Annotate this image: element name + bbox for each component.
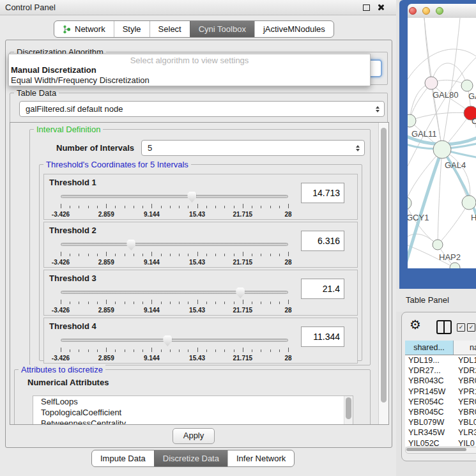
table-row[interactable]: YBR045CYBR0: [405, 407, 476, 417]
cell-name[interactable]: YDR2: [454, 365, 476, 376]
slider-tick-labels: -3.4262.8599.14415.4321.71528: [61, 211, 288, 219]
slider-track[interactable]: [61, 243, 288, 246]
tab-label: Network: [75, 24, 105, 34]
cell-shared-name[interactable]: YER054C: [405, 397, 454, 407]
table-row[interactable]: YDL19...YDL1: [405, 355, 476, 365]
table-hscrollbar-thumb[interactable]: [406, 448, 466, 451]
tick-label: 28: [284, 211, 291, 218]
table-header-name[interactable]: na: [454, 341, 476, 355]
cell-shared-name[interactable]: YBR043C: [405, 376, 454, 386]
zoom-traffic-light-icon[interactable]: [436, 7, 443, 15]
group-title-thresholds: Threshold's Coordinates for 5 Intervals: [43, 160, 191, 169]
table-row[interactable]: YLR345WYLR3: [405, 427, 476, 438]
algorithm-option[interactable]: Equal Width/Frequency Discretization: [11, 75, 150, 85]
tab-style[interactable]: Style: [114, 21, 150, 37]
cell-name[interactable]: YDL1: [454, 355, 476, 365]
slider-track[interactable]: [61, 339, 288, 342]
table-row[interactable]: YBR043CYBR0: [405, 376, 476, 386]
slider-ticks: [61, 348, 288, 353]
threshold-value-input[interactable]: [301, 326, 344, 347]
network-canvas[interactable]: GAL80GACGAL11GAL4GCY1HHAP2: [408, 18, 476, 268]
node-gal80[interactable]: [425, 77, 438, 89]
node-hap2[interactable]: [433, 240, 443, 250]
checkbox-checked-icon[interactable]: ✓: [467, 323, 475, 332]
close-icon[interactable]: [377, 4, 384, 11]
column-view-icon[interactable]: [436, 320, 452, 334]
node-gcy1[interactable]: [408, 197, 411, 210]
slider-track[interactable]: [61, 195, 288, 198]
cell-name[interactable]: YLR3: [454, 427, 476, 438]
tab-cyni-toolbox[interactable]: Cyni Toolbox: [190, 21, 254, 37]
bottom-tab-impute-data[interactable]: Impute Data: [92, 450, 154, 466]
node-label: GAL4: [445, 160, 466, 170]
tick-label: 2.859: [98, 259, 114, 266]
slider-handle[interactable]: [187, 192, 196, 203]
threshold-value-input[interactable]: [301, 231, 344, 251]
cell-shared-name[interactable]: YBL079W: [405, 417, 454, 427]
node-label: C: [472, 116, 476, 126]
table-row[interactable]: YER054CYER0: [405, 397, 476, 407]
cell-name[interactable]: YPR1: [454, 387, 476, 397]
apply-button[interactable]: Apply: [173, 428, 215, 444]
cell-shared-name[interactable]: YDR27...: [405, 365, 454, 376]
threshold-label: Threshold 3: [49, 273, 96, 283]
cell-shared-name[interactable]: YBR045C: [405, 407, 454, 417]
cell-name[interactable]: YBL0: [454, 417, 476, 427]
cell-name[interactable]: YBR0: [454, 376, 476, 386]
checkbox-checked-icon[interactable]: ✓: [457, 323, 465, 332]
panel-scrollbar[interactable]: [378, 123, 388, 424]
table-body: YDL19...YDL1YDR27...YDR2YBR043CYBR0YPR14…: [405, 355, 476, 447]
cell-shared-name[interactable]: YIL052C: [405, 438, 454, 447]
cell-shared-name[interactable]: YLR345W: [405, 427, 454, 438]
combo-stepper-icon: [376, 106, 380, 112]
threshold-value-input[interactable]: [301, 279, 344, 299]
algorithm-option[interactable]: Manual Discretization: [11, 65, 96, 75]
tick-label: 9.144: [144, 307, 160, 314]
table-hscrollbar[interactable]: [405, 447, 476, 454]
threshold-value-input[interactable]: [301, 183, 344, 203]
bottom-tab-infer-network[interactable]: Infer Network: [227, 450, 294, 466]
panel-scrollbar-thumb[interactable]: [381, 128, 387, 403]
threshold-slider: -3.4262.8599.14415.4321.71528: [61, 191, 288, 219]
tab-network[interactable]: Network: [54, 21, 114, 37]
cell-name[interactable]: YER0: [454, 397, 476, 407]
bottom-tab-label: Infer Network: [236, 454, 286, 463]
attribute-item[interactable]: SelfLoops: [33, 396, 353, 407]
tick-label: -3.426: [52, 307, 70, 314]
slider-track[interactable]: [61, 291, 288, 294]
close-traffic-light-icon[interactable]: [409, 7, 417, 15]
table-data-combobox[interactable]: galFiltered.sif default node: [19, 101, 385, 117]
table-row[interactable]: YBL079WYBL0: [405, 417, 476, 427]
node-unlabeled-top[interactable]: [461, 80, 473, 91]
attribute-item[interactable]: TopologicalCoefficient: [33, 407, 353, 418]
cell-shared-name[interactable]: YPR145W: [405, 387, 454, 397]
cell-name[interactable]: YIL0: [454, 438, 475, 447]
table-data-group: Table Data galFiltered.sif default node: [10, 93, 388, 123]
cell-shared-name[interactable]: YDL19...: [405, 355, 454, 365]
settings-gear-icon[interactable]: ⚙: [410, 317, 421, 332]
settings-scroll-panel: Interval Definition Number of Intervals …: [10, 122, 389, 425]
list-scrollbar-thumb[interactable]: [346, 397, 351, 419]
threshold-panel: Threshold 4 -3.4262.8599.14415.4321.7152…: [43, 318, 358, 364]
slider-handle[interactable]: [163, 335, 172, 346]
cell-name[interactable]: YBR0: [454, 407, 476, 417]
table-header-shared-name[interactable]: shared...: [405, 341, 454, 355]
tab-jactivemnodules[interactable]: jActiveMNodules: [254, 21, 334, 37]
float-window-icon[interactable]: [363, 4, 370, 11]
tick-label: 28: [284, 307, 291, 314]
bottom-tab-discretize-data[interactable]: Discretize Data: [154, 450, 227, 466]
slider-handle[interactable]: [127, 240, 135, 250]
threshold-panel: Threshold 2 -3.4262.8599.14415.4321.7152…: [43, 222, 358, 268]
table-row[interactable]: YDR27...YDR2: [405, 365, 476, 376]
table-row[interactable]: YIL052CYIL0: [405, 438, 476, 447]
table-header-row: shared... na: [405, 341, 476, 355]
minimize-traffic-light-icon[interactable]: [422, 7, 430, 15]
list-scrollbar[interactable]: [344, 396, 353, 425]
tab-select[interactable]: Select: [150, 21, 190, 37]
number-of-intervals-combobox[interactable]: 5: [141, 140, 365, 156]
node-h[interactable]: [462, 196, 476, 210]
slider-handle[interactable]: [236, 288, 245, 298]
attribute-item[interactable]: BetweennessCentrality: [33, 418, 353, 425]
node-gal4[interactable]: [433, 141, 451, 158]
table-row[interactable]: YPR145WYPR1: [405, 387, 476, 397]
